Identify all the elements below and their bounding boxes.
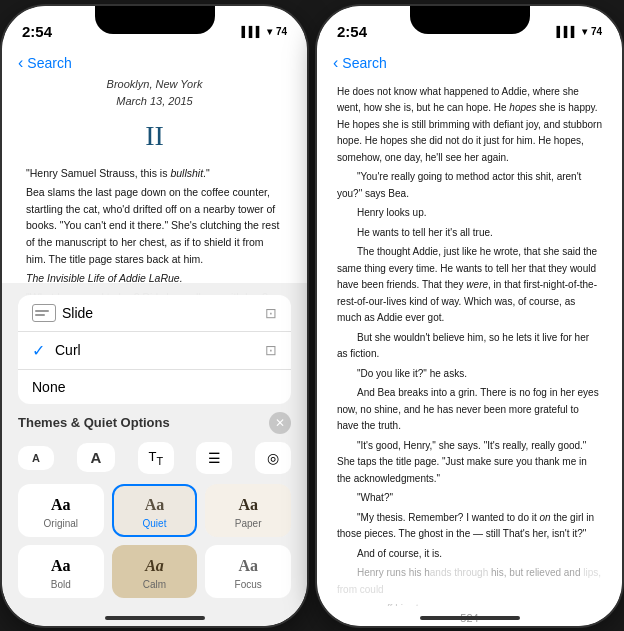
left-phone: 2:54 ▌▌▌ ▾ 74 ‹ Search Brooklyn, New Yor… bbox=[2, 6, 307, 626]
small-a-label: A bbox=[32, 452, 40, 464]
theme-bold-label: Bold bbox=[51, 579, 71, 590]
scroll-curl-label: Curl bbox=[55, 342, 81, 358]
back-chevron-right: ‹ bbox=[333, 54, 338, 72]
signal-icon-right: ▌▌▌ bbox=[557, 26, 578, 37]
time-left: 2:54 bbox=[22, 23, 52, 40]
scroll-option-none[interactable]: None bbox=[18, 370, 291, 404]
nav-bar-left[interactable]: ‹ Search bbox=[2, 50, 307, 76]
signal-icon: ▌▌▌ bbox=[242, 26, 263, 37]
wifi-icon-right: ▾ bbox=[582, 26, 587, 37]
notch-right bbox=[410, 6, 530, 34]
display-button[interactable]: ◎ bbox=[255, 442, 291, 474]
theme-grid: Aa Original Aa Quiet Aa Paper Aa Bold bbox=[18, 484, 291, 598]
scroll-slide-label: Slide bbox=[62, 305, 93, 321]
home-indicator-right bbox=[420, 616, 520, 620]
home-indicator-left bbox=[105, 616, 205, 620]
scroll-none-label: None bbox=[32, 379, 65, 395]
theme-original-label: Original bbox=[44, 518, 78, 529]
status-icons-right: ▌▌▌ ▾ 74 bbox=[557, 26, 602, 37]
font-increase-button[interactable]: A bbox=[77, 443, 116, 472]
theme-original[interactable]: Aa Original bbox=[18, 484, 104, 537]
theme-paper-label: Paper bbox=[235, 518, 262, 529]
wifi-icon: ▾ bbox=[267, 26, 272, 37]
theme-quiet[interactable]: Aa Quiet bbox=[112, 484, 198, 537]
large-a-label: A bbox=[91, 449, 102, 466]
back-label-left[interactable]: Search bbox=[27, 55, 71, 71]
theme-original-text: Aa bbox=[51, 496, 71, 514]
font-style-icon: TT bbox=[149, 449, 164, 467]
book-location: Brooklyn, New YorkMarch 13, 2015 bbox=[26, 76, 283, 110]
scroll-option-curl[interactable]: ✓ Curl ⊡ bbox=[18, 332, 291, 370]
nav-bar-right[interactable]: ‹ Search bbox=[317, 50, 622, 76]
theme-calm-text: Aa bbox=[145, 557, 164, 575]
slide-icon bbox=[32, 304, 56, 322]
theme-calm[interactable]: Aa Calm bbox=[112, 545, 198, 598]
eye-icon: ◎ bbox=[267, 450, 279, 466]
time-right: 2:54 bbox=[337, 23, 367, 40]
theme-quiet-label: Quiet bbox=[143, 518, 167, 529]
slide-icon-right: ⊡ bbox=[265, 305, 277, 321]
theme-calm-label: Calm bbox=[143, 579, 166, 590]
check-icon: ✓ bbox=[32, 341, 45, 360]
font-style-button[interactable]: TT bbox=[138, 442, 174, 474]
theme-quiet-text: Aa bbox=[145, 496, 165, 514]
back-label-right[interactable]: Search bbox=[342, 55, 386, 71]
back-chevron-left: ‹ bbox=[18, 54, 23, 72]
reading-content: He does not know what happened to Addie,… bbox=[317, 76, 622, 606]
close-button[interactable]: ✕ bbox=[269, 412, 291, 434]
theme-bold-text: Aa bbox=[51, 557, 71, 575]
battery-icon: 74 bbox=[276, 26, 287, 37]
overlay-panel: Slide ⊡ ✓ Curl ⊡ None bbox=[2, 283, 307, 626]
layout-button[interactable]: ☰ bbox=[196, 442, 232, 474]
right-phone: 2:54 ▌▌▌ ▾ 74 ‹ Search He does not know … bbox=[317, 6, 622, 626]
theme-bold[interactable]: Aa Bold bbox=[18, 545, 104, 598]
layout-icon: ☰ bbox=[208, 450, 221, 466]
theme-paper-text: Aa bbox=[238, 496, 258, 514]
battery-icon-right: 74 bbox=[591, 26, 602, 37]
font-controls: A A TT ☰ ◎ bbox=[18, 442, 291, 474]
theme-focus-text: Aa bbox=[238, 557, 258, 575]
theme-focus[interactable]: Aa Focus bbox=[205, 545, 291, 598]
chapter-number: II bbox=[26, 114, 283, 157]
theme-paper[interactable]: Aa Paper bbox=[205, 484, 291, 537]
theme-focus-label: Focus bbox=[235, 579, 262, 590]
status-icons-left: ▌▌▌ ▾ 74 bbox=[242, 26, 287, 37]
font-decrease-button[interactable]: A bbox=[18, 446, 54, 470]
themes-title: Themes & Quiet Options bbox=[18, 415, 170, 430]
themes-header: Themes & Quiet Options ✕ bbox=[18, 412, 291, 434]
notch bbox=[95, 6, 215, 34]
scroll-options: Slide ⊡ ✓ Curl ⊡ None bbox=[18, 295, 291, 404]
scroll-option-slide[interactable]: Slide ⊡ bbox=[18, 295, 291, 332]
curl-icon-right: ⊡ bbox=[265, 342, 277, 358]
